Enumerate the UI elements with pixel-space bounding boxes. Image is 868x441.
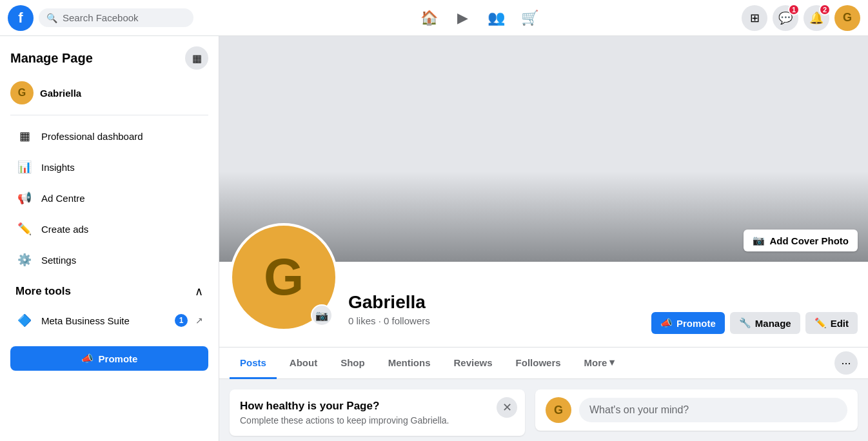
sidebar-item-professional-dashboard[interactable]: ▦ Professional dashboard [5,121,213,152]
profile-section: G 📷 Gabriella 0 likes · 0 followers 📣 [219,262,868,348]
professional-dashboard-icon: ▦ [15,127,34,145]
post-input-field[interactable]: What's on your mind? [579,398,847,422]
sidebar-divider [10,115,208,115]
more-tools-section-header: More tools ∧ [5,278,213,305]
people-nav-button[interactable]: 👥 [480,3,511,34]
health-card-close-button[interactable]: ✕ [497,397,517,418]
tab-followers[interactable]: Followers [506,348,571,379]
create-ads-icon: ✏️ [15,220,34,238]
sidebar-user-item[interactable]: G Gabriella [0,77,219,112]
profile-stats: 0 likes · 0 followers [348,315,430,326]
grid-menu-button[interactable]: ⊞ [742,5,767,31]
sidebar-item-label: Professional dashboard [41,131,143,142]
marketplace-nav-button[interactable]: 🛒 [514,3,545,34]
promote-megaphone-icon: 📣 [81,353,94,364]
camera-icon: 📷 [315,309,328,322]
change-profile-photo-button[interactable]: 📷 [311,304,333,326]
sidebar: Manage Page ▦ G Gabriella ▦ Professional… [0,36,219,441]
more-chevron-icon: ▾ [609,357,615,368]
manage-page-button[interactable]: 🔧 Manage [730,312,800,334]
sidebar-item-meta-business-suite[interactable]: 🔷 Meta Business Suite 1 ↗ [5,305,213,336]
sidebar-promote-button[interactable]: 📣 Promote [10,346,208,371]
marketplace-icon: 🛒 [521,10,538,26]
sidebar-user-name: Gabriella [40,88,81,99]
sidebar-item-label: Ad Centre [41,193,85,204]
notifications-button[interactable]: 🔔 2 [804,5,829,31]
profile-actions: 📣 Promote 🔧 Manage ✏️ Edit [651,312,858,339]
sidebar-header: Manage Page ▦ [0,44,219,77]
user-avatar-button[interactable]: G [834,5,860,31]
promote-label: Promote [676,318,716,329]
right-column: G What's on your mind? [535,389,858,436]
megaphone-icon: 📣 [660,317,673,329]
health-card-description: Complete these actions to keep improving… [240,415,515,426]
search-input-label: Search Facebook [63,12,139,23]
ellipsis-icon: ··· [841,357,851,370]
camera-icon: 📷 [753,235,765,246]
tab-posts[interactable]: Posts [230,348,277,379]
settings-icon: ⚙️ [15,251,34,269]
top-navigation: f 🔍 Search Facebook 🏠 ▶ 👥 🛒 ⊞ 💬 1 🔔 [0,0,868,36]
sidebar-item-settings[interactable]: ⚙️ Settings [5,244,213,275]
tab-more[interactable]: More ▾ [574,348,626,379]
tab-shop[interactable]: Shop [330,348,375,379]
add-cover-photo-button[interactable]: 📷 Add Cover Photo [744,230,858,251]
search-bar[interactable]: 🔍 Search Facebook [39,8,193,27]
promote-page-button[interactable]: 📣 Promote [651,312,725,334]
profile-avatar-wrap: G 📷 [230,223,338,331]
create-post-box: G What's on your mind? [535,389,858,431]
messenger-badge: 1 [788,4,800,15]
pencil-icon: ✏️ [814,317,827,329]
tab-about[interactable]: About [279,348,328,379]
nav-right: ⊞ 💬 1 🔔 2 G [731,5,860,31]
user-initial: G [843,11,852,24]
promote-button-label: Promote [99,353,138,364]
post-placeholder: What's on your mind? [589,404,689,415]
manage-label: Manage [755,318,791,329]
post-user-avatar: G [546,397,571,423]
search-icon: 🔍 [46,13,57,23]
add-cover-photo-label: Add Cover Photo [770,235,849,246]
sidebar-item-label: Create ads [41,224,88,235]
tab-mentions[interactable]: Mentions [378,348,441,379]
edit-label: Edit [831,318,849,329]
insights-icon: 📊 [15,158,34,176]
layout-icon: ▦ [192,52,202,64]
facebook-logo[interactable]: f [8,5,34,31]
profile-details: Gabriella 0 likes · 0 followers [348,292,430,331]
grid-icon: ⊞ [750,11,760,25]
page-health-card: How healthy is your Page? Complete these… [230,389,525,436]
main-content: 📷 Add Cover Photo G 📷 Gabr [219,36,868,441]
sidebar-item-label: Settings [41,255,76,266]
page-tabs: Posts About Shop Mentions Reviews Follow… [219,348,868,379]
external-link-icon[interactable]: ↗ [195,315,203,326]
people-icon: 👥 [488,10,505,26]
sidebar-item-create-ads[interactable]: ✏️ Create ads [5,213,213,244]
edit-page-button[interactable]: ✏️ Edit [805,312,858,334]
tabs-ellipsis-button[interactable]: ··· [834,351,858,375]
left-column: How healthy is your Page? Complete these… [230,389,525,436]
home-nav-button[interactable]: 🏠 [413,3,444,34]
sidebar-item-ad-centre[interactable]: 📢 Ad Centre [5,182,213,213]
main-layout: Manage Page ▦ G Gabriella ▦ Professional… [0,36,868,441]
tab-reviews[interactable]: Reviews [444,348,503,379]
video-icon: ▶ [457,10,468,26]
sidebar-item-insights[interactable]: 📊 Insights [5,152,213,182]
profile-name: Gabriella [348,292,430,313]
collapse-icon[interactable]: ∧ [195,284,203,299]
messenger-button[interactable]: 💬 1 [773,5,798,31]
content-area: How healthy is your Page? Complete these… [219,379,868,441]
meta-business-suite-icon: 🔷 [15,311,34,329]
sidebar-item-label: Insights [41,162,75,173]
meta-business-suite-badge: 1 [175,314,188,327]
video-nav-button[interactable]: ▶ [447,3,478,34]
nav-center: 🏠 ▶ 👥 🛒 [227,3,731,34]
close-icon: ✕ [502,400,512,415]
sidebar-sub-label: Meta Business Suite [41,315,167,326]
home-icon: 🏠 [420,10,438,26]
sidebar-settings-icon-button[interactable]: ▦ [185,46,208,70]
nav-left: f 🔍 Search Facebook [8,5,227,31]
health-card-title: How healthy is your Page? [240,400,515,413]
notifications-badge: 2 [819,4,831,15]
more-tools-title: More tools [15,285,71,298]
